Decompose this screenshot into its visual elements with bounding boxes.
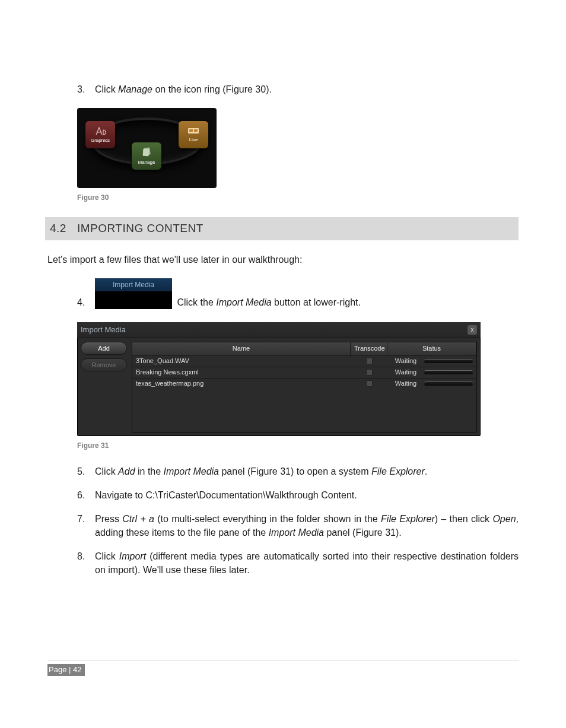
table-row[interactable]: texas_weathermap.png Waiting xyxy=(132,378,476,389)
files-icon xyxy=(140,147,153,158)
graphics-label: Graphics xyxy=(91,137,110,144)
section-title: IMPORTING CONTENT xyxy=(77,222,203,234)
step-5: 5. Click Add in the Import Media panel (… xyxy=(77,465,519,478)
step-7: 7. Press Ctrl + a (to multi-select every… xyxy=(77,513,519,539)
section-number: 4.2 xyxy=(50,222,66,234)
desk-icon xyxy=(187,127,200,135)
file-name: Breaking News.cgxml xyxy=(132,368,351,377)
manage-word: Manage xyxy=(118,84,152,94)
page-footer: Page | 42 xyxy=(47,660,519,676)
step-number: 3. xyxy=(77,83,95,96)
step-8: 8. Click Import (different media types a… xyxy=(77,550,519,577)
table-row[interactable]: Breaking News.cgxml Waiting xyxy=(132,367,476,378)
text: on the icon ring (Figure 30). xyxy=(152,84,272,94)
import-media-word: Import Media xyxy=(216,297,271,307)
status-text: Waiting xyxy=(391,379,421,388)
step-number: 8. xyxy=(77,550,95,577)
file-name: 3Tone_Quad.WAV xyxy=(132,357,351,365)
step-number: 6. xyxy=(77,489,95,502)
table-empty-area xyxy=(132,389,476,432)
section-heading-4-2: 4.2IMPORTING CONTENT xyxy=(45,217,519,240)
manage-icon[interactable]: Manage xyxy=(132,142,161,170)
svg-rect-4 xyxy=(143,148,150,156)
step-text: Click Manage on the icon ring (Figure 30… xyxy=(95,83,519,96)
progress-bar xyxy=(424,359,473,363)
transcode-checkbox[interactable] xyxy=(366,380,373,387)
text: Click xyxy=(95,84,118,94)
file-name: texas_weathermap.png xyxy=(132,379,351,388)
close-button[interactable]: x xyxy=(468,325,477,335)
figure-30-icon-ring: Graphics Live Manage xyxy=(77,108,217,188)
graphics-icon[interactable]: Graphics xyxy=(85,121,115,148)
text: Click the xyxy=(177,297,216,307)
status-text: Waiting xyxy=(391,368,421,377)
status-text: Waiting xyxy=(391,357,421,365)
progress-bar xyxy=(424,382,473,386)
intro-text: Let's import a few files that we'll use … xyxy=(47,253,519,266)
step-number: 4. xyxy=(77,296,95,309)
panel-title: Import Media xyxy=(81,325,126,335)
page-number: Page | 42 xyxy=(47,664,85,676)
step-text: Click Add in the Import Media panel (Fig… xyxy=(95,465,519,478)
col-transcode-header: Transcode xyxy=(351,342,387,355)
table-header: Name Transcode Status xyxy=(132,342,476,355)
step-content: Import Media Click the Import Media butt… xyxy=(95,278,519,309)
live-label: Live xyxy=(189,136,198,143)
progress-bar xyxy=(424,370,473,374)
col-status-header: Status xyxy=(387,342,476,355)
step-number: 5. xyxy=(77,465,95,478)
live-icon[interactable]: Live xyxy=(179,121,208,148)
import-media-button-graphic: Import Media xyxy=(95,278,172,309)
transcode-checkbox[interactable] xyxy=(366,369,373,376)
remove-button[interactable]: Remove xyxy=(81,358,127,371)
step-3: 3. Click Manage on the icon ring (Figure… xyxy=(77,83,519,96)
add-button[interactable]: Add xyxy=(81,342,127,355)
text: button at lower-right. xyxy=(272,297,361,307)
figure-31-import-media-panel: Import Media x Add Remove Name Transcode… xyxy=(77,322,481,436)
step-text: Click Import (different media types are … xyxy=(95,550,519,577)
step-6: 6. Navigate to C:\TriCaster\Documentatio… xyxy=(77,489,519,502)
text-glyph-icon xyxy=(94,126,106,136)
panel-titlebar: Import Media x xyxy=(77,322,481,338)
panel-left-buttons: Add Remove xyxy=(81,342,127,432)
step-4: 4. Import Media Click the Import Media b… xyxy=(77,278,519,309)
step-text: Press Ctrl + a (to multi-select everythi… xyxy=(95,513,519,539)
figure-31-caption: Figure 31 xyxy=(77,441,519,451)
transcode-checkbox[interactable] xyxy=(366,358,373,364)
col-name-header: Name xyxy=(132,342,351,355)
table-row[interactable]: 3Tone_Quad.WAV Waiting xyxy=(132,355,476,367)
svg-rect-2 xyxy=(194,129,198,132)
manage-label: Manage xyxy=(138,159,155,166)
step-text: Navigate to C:\TriCaster\Documentation\W… xyxy=(95,489,519,502)
figure-30-caption: Figure 30 xyxy=(77,193,519,203)
step-number: 7. xyxy=(77,513,95,539)
file-table: Name Transcode Status 3Tone_Quad.WAV Wai… xyxy=(132,342,477,432)
import-media-button-label[interactable]: Import Media xyxy=(95,278,172,291)
svg-rect-1 xyxy=(189,129,193,132)
